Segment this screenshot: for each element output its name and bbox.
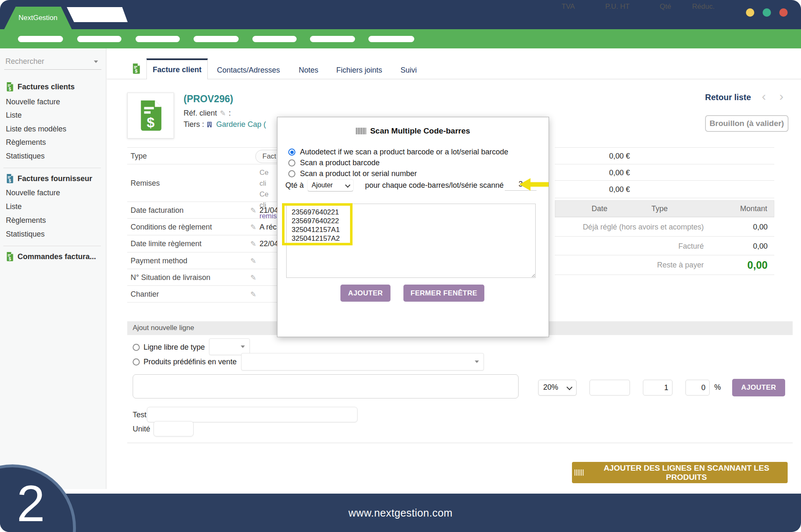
invoice-icon: $ — [6, 82, 14, 92]
sidebar-item[interactable]: Nouvelle facture — [6, 189, 60, 197]
sidebar-item[interactable]: Statistiques — [6, 152, 45, 161]
free-line-type-select[interactable] — [209, 338, 250, 355]
topnav-pill[interactable] — [368, 36, 414, 42]
radio-free-line[interactable] — [133, 344, 140, 351]
section-title[interactable]: Factures fournisseur — [18, 174, 92, 183]
line-description-input[interactable] — [133, 374, 519, 398]
payments-row-label: Reste à payer — [555, 261, 704, 270]
sidebar-item[interactable]: Liste — [6, 202, 22, 211]
brand-label: NextGestion — [18, 14, 58, 22]
field-label: Conditions de règlement — [131, 222, 212, 231]
quantity-input[interactable] — [643, 380, 673, 396]
next-chevron-icon[interactable]: › — [779, 89, 783, 103]
option-label: Scan a product barcode — [300, 159, 380, 167]
topnav-pill[interactable] — [18, 36, 63, 42]
topnav-pill[interactable] — [77, 36, 121, 42]
total-row: 0,00 € — [555, 180, 774, 198]
vat-value: 20% — [543, 383, 558, 392]
qty-mode-select[interactable]: Ajouter — [307, 179, 354, 192]
prev-chevron-icon[interactable]: ‹ — [762, 89, 766, 103]
detail-row-remises: Remises Ce cli Ce cli remis — [127, 164, 277, 202]
window-control-yellow-icon[interactable] — [746, 8, 754, 17]
edit-pencil-icon[interactable] — [250, 290, 256, 298]
topnav-pill[interactable] — [310, 36, 355, 42]
topbar-active-tab[interactable] — [67, 7, 128, 22]
ref-client-line: Réf. client : — [184, 109, 231, 118]
edit-pencil-icon[interactable] — [220, 109, 226, 118]
window-control-red-icon[interactable] — [779, 8, 788, 17]
add-line-title: Ajout nouvelle ligne — [133, 324, 194, 332]
vat-select[interactable]: 20% — [538, 380, 577, 396]
sidebar-item[interactable]: Règlements — [6, 138, 46, 147]
topnav-pill[interactable] — [136, 36, 180, 42]
section-title[interactable]: Commandes factura... — [18, 252, 96, 261]
option-label: Scan a product lot or serial number — [300, 169, 417, 178]
edit-pencil-icon[interactable] — [250, 240, 256, 248]
add-line-button[interactable]: AJOUTER — [732, 379, 785, 396]
scan-products-label: AJOUTER DES LIGNES EN SCANNANT LES PRODU… — [588, 464, 785, 482]
status-badge: Brouillon (à valider) — [705, 115, 788, 132]
predefined-label: Produits prédéfinis en vente — [144, 358, 237, 366]
topnav-pill[interactable] — [252, 36, 297, 42]
sidebar-section-factures-clients: $ Factures clients — [6, 82, 75, 92]
svg-text:$: $ — [9, 179, 11, 183]
search-input[interactable] — [4, 54, 89, 66]
tab-suivi[interactable]: Suivi — [400, 66, 417, 75]
svg-text:$: $ — [147, 115, 155, 130]
brand-tab[interactable]: NextGestion — [4, 7, 72, 29]
radio-predefined-product[interactable] — [133, 358, 140, 366]
scan-barcode-modal: Scan Multiple Code-barres Autodetect if … — [277, 117, 549, 337]
payments-row-label: Facturé — [555, 242, 704, 250]
footer: www.nextgestion.com — [0, 494, 801, 532]
test-field-input[interactable] — [147, 407, 358, 422]
tiers-label: Tiers : — [184, 120, 204, 129]
option-autodetect: Autodetect if we scan a product barcode … — [288, 148, 508, 156]
main-nav-bar — [0, 29, 801, 48]
radio-product-barcode[interactable] — [288, 159, 295, 166]
field-label: Chantier — [131, 290, 159, 298]
detail-row-chantier: Chantier — [127, 285, 277, 303]
col-header-puht: P.U. HT — [597, 3, 638, 11]
qty-per-scan-input[interactable] — [505, 179, 537, 191]
option-lot-serial: Scan a product lot or serial number — [288, 169, 417, 178]
field-label: Payment method — [131, 256, 187, 265]
chevron-down-icon[interactable] — [94, 61, 98, 63]
divider — [107, 79, 801, 79]
scan-products-button[interactable]: AJOUTER DES LIGNES EN SCANNANT LES PRODU… — [572, 462, 788, 483]
radio-autodetect[interactable] — [288, 149, 295, 156]
edit-pencil-icon[interactable] — [250, 222, 256, 231]
predefined-option: Produits prédéfinis en vente — [133, 358, 237, 366]
radio-lot-serial[interactable] — [288, 170, 295, 177]
edit-pencil-icon[interactable] — [250, 256, 256, 265]
field-value: 21/04 — [259, 206, 278, 214]
payments-row-amount: 0,00 — [709, 242, 768, 250]
edit-pencil-icon[interactable] — [250, 273, 256, 282]
tab-facture-client[interactable]: Facture client — [146, 58, 208, 79]
window-control-green-icon[interactable] — [763, 8, 771, 17]
sidebar-item[interactable]: Règlements — [6, 216, 46, 225]
edit-pencil-icon[interactable] — [250, 206, 256, 214]
barcodes-textarea[interactable]: 235697640221 235697640222 3250412157A1 3… — [286, 204, 536, 278]
tab-notes[interactable]: Notes — [299, 66, 318, 75]
unit-field-label: Unité — [133, 425, 150, 434]
modal-close-button[interactable]: FERMER FENÊTRE — [403, 285, 484, 302]
tab-fichiers-joints[interactable]: Fichiers joints — [336, 66, 382, 75]
payments-row-reste: Reste à payer 0,00 — [555, 255, 774, 275]
sidebar-item[interactable]: Liste des modèles — [6, 125, 66, 134]
unit-field-input[interactable] — [154, 421, 194, 436]
tab-contacts-adresses[interactable]: Contacts/Adresses — [217, 66, 280, 75]
discount-input[interactable] — [685, 380, 710, 396]
total-row: 0,00 € — [555, 147, 774, 164]
qty-mode-value: Ajouter — [312, 182, 333, 189]
unit-price-input[interactable] — [589, 380, 630, 396]
modal-add-button[interactable]: AJOUTER — [340, 285, 390, 302]
sidebar-item[interactable]: Nouvelle facture — [6, 98, 60, 106]
predefined-product-select[interactable] — [241, 353, 484, 371]
back-to-list-link[interactable]: Retour liste — [705, 93, 751, 102]
section-title[interactable]: Factures clients — [18, 83, 75, 91]
topnav-pill[interactable] — [194, 36, 239, 42]
tiers-link[interactable]: Garderie Cap ( — [216, 120, 266, 129]
sidebar-item[interactable]: Statistiques — [6, 230, 45, 239]
detail-row-payment-method: Payment method — [127, 252, 277, 269]
sidebar-item[interactable]: Liste — [6, 111, 22, 120]
